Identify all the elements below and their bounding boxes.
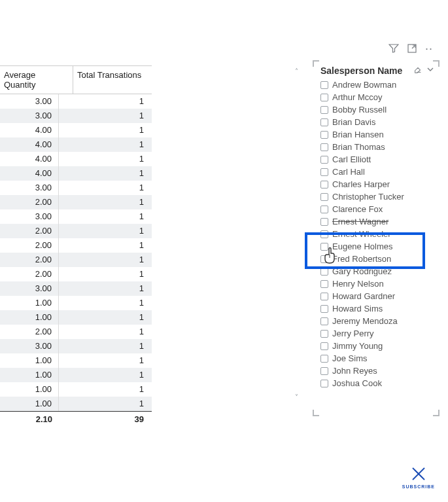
- table-row[interactable]: 4.001: [0, 152, 152, 166]
- slicer-item[interactable]: Brian Hansen: [320, 128, 434, 141]
- slicer-item[interactable]: Ernest Wheeler: [320, 228, 434, 240]
- col-header-avg-qty[interactable]: Average Quantity: [0, 66, 73, 94]
- slicer-item[interactable]: Christopher Tucker: [320, 190, 434, 203]
- dna-icon: [402, 465, 435, 484]
- table-row[interactable]: 1.001: [0, 368, 152, 382]
- table-row[interactable]: 1.001: [0, 296, 152, 310]
- table-row[interactable]: 3.001: [0, 181, 152, 195]
- slicer-item[interactable]: Jerry Perry: [320, 327, 434, 340]
- table-row[interactable]: 2.001: [0, 238, 152, 253]
- table-row[interactable]: 2.001: [0, 325, 152, 339]
- cell-avg-qty: 1.00: [0, 310, 59, 325]
- slicer-item[interactable]: Eugene Holmes: [320, 240, 434, 253]
- checkbox-icon[interactable]: [320, 156, 328, 164]
- checkbox-icon[interactable]: [320, 293, 328, 300]
- slicer-item[interactable]: Jeremy Mendoza: [320, 315, 434, 327]
- table-row[interactable]: 2.001: [0, 267, 152, 281]
- cell-total-trx: 1: [59, 137, 150, 152]
- slicer-item[interactable]: Joshua Cook: [320, 377, 434, 389]
- selection-handle-icon[interactable]: [433, 410, 439, 416]
- cell-avg-qty: 1.00: [0, 382, 59, 397]
- table-row[interactable]: 2.001: [0, 253, 152, 267]
- slicer-item[interactable]: Howard Gardner: [320, 290, 434, 302]
- checkbox-icon[interactable]: [320, 230, 328, 238]
- slicer-item[interactable]: Brian Davis: [320, 116, 434, 128]
- table-row[interactable]: 2.001: [0, 224, 152, 238]
- slicer-item[interactable]: Clarence Fox: [320, 203, 434, 215]
- table-row[interactable]: 1.001: [0, 382, 152, 397]
- table-row[interactable]: 3.001: [0, 281, 152, 296]
- table-row[interactable]: 4.001: [0, 123, 152, 137]
- slicer-item[interactable]: Fred Robertson: [320, 253, 434, 265]
- slicer-visual[interactable]: Salesperson Name Andrew BowmanArthur Mcc…: [314, 62, 438, 415]
- cell-total-trx: 1: [59, 339, 150, 353]
- checkbox-icon[interactable]: [320, 305, 328, 313]
- more-options-icon[interactable]: ··: [425, 45, 433, 52]
- table-scrollbar[interactable]: ˄ ˅: [292, 68, 301, 402]
- checkbox-icon[interactable]: [320, 106, 328, 114]
- checkbox-icon[interactable]: [320, 181, 328, 188]
- scroll-up-arrow-icon[interactable]: ˄: [293, 68, 300, 75]
- checkbox-icon[interactable]: [320, 243, 328, 251]
- table-row[interactable]: 2.001: [0, 195, 152, 209]
- slicer-list[interactable]: Andrew BowmanArthur MccoyBobby RussellBr…: [314, 79, 438, 406]
- col-header-total-trx[interactable]: Total Transations: [73, 66, 150, 94]
- checkbox-icon[interactable]: [320, 380, 328, 387]
- checkbox-icon[interactable]: [320, 168, 328, 176]
- checkbox-icon[interactable]: [320, 330, 328, 338]
- slicer-item[interactable]: Andrew Bowman: [320, 79, 434, 91]
- table-row[interactable]: 3.001: [0, 209, 152, 224]
- slicer-item[interactable]: Carl Hall: [320, 166, 434, 178]
- cell-avg-qty: 1.00: [0, 368, 59, 382]
- slicer-item[interactable]: Bobby Russell: [320, 103, 434, 116]
- slicer-item[interactable]: John Reyes: [320, 365, 434, 377]
- checkbox-icon[interactable]: [320, 280, 328, 288]
- slicer-item[interactable]: Joe Sims: [320, 352, 434, 365]
- slicer-item[interactable]: Brian Thomas: [320, 141, 434, 153]
- slicer-item-label: Arthur Mccoy: [332, 91, 383, 103]
- checkbox-icon[interactable]: [320, 218, 328, 226]
- table-row[interactable]: 4.001: [0, 137, 152, 152]
- table-row[interactable]: 3.001: [0, 339, 152, 353]
- focus-mode-icon[interactable]: [407, 43, 417, 54]
- checkbox-icon[interactable]: [320, 367, 328, 375]
- slicer-item[interactable]: Arthur Mccoy: [320, 91, 434, 103]
- slicer-item[interactable]: Gary Rodriguez: [320, 265, 434, 278]
- checkbox-icon[interactable]: [320, 81, 328, 89]
- checkbox-icon[interactable]: [320, 118, 328, 126]
- slicer-item[interactable]: Carl Elliott: [320, 153, 434, 166]
- slicer-item[interactable]: Howard Sims: [320, 302, 434, 315]
- checkbox-icon[interactable]: [320, 131, 328, 139]
- slicer-item[interactable]: Henry Nelson: [320, 278, 434, 290]
- cell-total-trx: 1: [59, 94, 150, 109]
- checkbox-icon[interactable]: [320, 206, 328, 213]
- checkbox-icon[interactable]: [320, 355, 328, 363]
- checkbox-icon[interactable]: [320, 268, 328, 276]
- cell-total-trx: 1: [59, 123, 150, 137]
- table-row[interactable]: 3.001: [0, 94, 152, 109]
- checkbox-icon[interactable]: [320, 143, 328, 151]
- table-row[interactable]: 3.001: [0, 109, 152, 123]
- checkbox-icon[interactable]: [320, 94, 328, 101]
- slicer-item[interactable]: Jimmy Young: [320, 340, 434, 352]
- slicer-item-label: Fred Robertson: [332, 253, 391, 265]
- table-row[interactable]: 1.001: [0, 353, 152, 368]
- slicer-item[interactable]: Ernest Wagner: [320, 215, 434, 228]
- slicer-item-label: Charles Harper: [332, 178, 390, 190]
- scroll-down-arrow-icon[interactable]: ˅: [293, 394, 300, 401]
- subscribe-badge[interactable]: SUBSCRIBE: [402, 465, 435, 489]
- filter-icon[interactable]: [388, 43, 399, 54]
- clear-selections-icon[interactable]: [413, 65, 422, 74]
- checkbox-icon[interactable]: [320, 342, 328, 350]
- slicer-item[interactable]: Charles Harper: [320, 178, 434, 190]
- cell-total-trx: 1: [59, 166, 150, 181]
- table-row[interactable]: 4.001: [0, 166, 152, 181]
- chevron-down-icon[interactable]: [426, 65, 434, 73]
- checkbox-icon[interactable]: [320, 193, 328, 201]
- cell-avg-qty: 3.00: [0, 109, 59, 123]
- selection-handle-icon[interactable]: [313, 410, 319, 416]
- checkbox-icon[interactable]: [320, 317, 328, 325]
- table-row[interactable]: 1.001: [0, 310, 152, 325]
- table-row[interactable]: 1.001: [0, 397, 152, 411]
- checkbox-icon[interactable]: [320, 255, 328, 263]
